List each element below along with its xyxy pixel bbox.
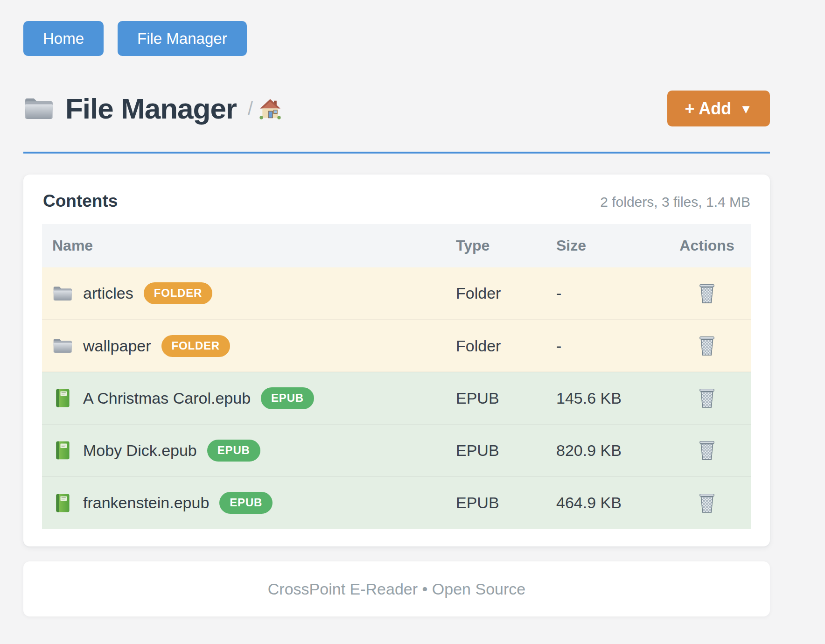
delete-button[interactable]: [696, 333, 718, 358]
type-badge: EPUB: [207, 440, 260, 462]
wastebasket-icon: [698, 283, 716, 304]
nav-button-file-manager[interactable]: File Manager: [118, 21, 247, 56]
table-row: wallpaper FOLDER Folder -: [42, 320, 751, 372]
item-size: 145.6 KB: [546, 372, 663, 424]
green-book-icon: [52, 388, 73, 408]
type-badge: EPUB: [219, 492, 273, 514]
item-name[interactable]: articles: [83, 284, 133, 302]
table-row: articles FOLDER Folder -: [42, 267, 751, 320]
col-header-size: Size: [546, 224, 663, 267]
add-button-label: + Add: [685, 99, 732, 119]
type-badge: FOLDER: [144, 282, 212, 304]
type-badge: EPUB: [261, 387, 314, 409]
item-name[interactable]: frankenstein.epub: [83, 494, 209, 512]
title-row: File Manager / + Add ▼: [23, 91, 770, 126]
item-name[interactable]: Moby Dick.epub: [83, 441, 197, 460]
folder-icon: [23, 96, 54, 122]
folder-icon: [52, 336, 73, 356]
delete-button[interactable]: [696, 281, 718, 306]
footer-card: CrossPoint E-Reader • Open Source: [23, 561, 770, 616]
wastebasket-icon: [698, 440, 716, 461]
file-table: Name Type Size Actions articles FOLDER F…: [42, 224, 751, 529]
top-nav: Home File Manager: [23, 21, 770, 56]
item-size: 464.9 KB: [546, 476, 663, 529]
page-title: File Manager: [65, 92, 237, 125]
delete-button[interactable]: [696, 438, 718, 463]
folder-icon: [52, 284, 73, 303]
item-size: -: [546, 267, 663, 320]
item-name[interactable]: A Christmas Carol.epub: [83, 389, 251, 407]
card-title: Contents: [43, 191, 118, 211]
nav-button-home[interactable]: Home: [23, 21, 104, 56]
wastebasket-icon: [698, 492, 716, 514]
col-header-actions: Actions: [663, 224, 751, 267]
delete-button[interactable]: [696, 490, 718, 516]
item-size: -: [546, 320, 663, 372]
item-type: Folder: [446, 267, 546, 320]
col-header-type: Type: [446, 224, 546, 267]
footer-text: CrossPoint E-Reader • Open Source: [268, 580, 525, 598]
item-type: EPUB: [446, 372, 546, 424]
item-type: EPUB: [446, 424, 546, 476]
wastebasket-icon: [698, 387, 716, 409]
item-size: 820.9 KB: [546, 424, 663, 476]
delete-button[interactable]: [696, 385, 718, 411]
title-divider: [23, 152, 770, 154]
breadcrumb-separator: /: [248, 98, 253, 119]
title-group: File Manager /: [23, 92, 667, 125]
chevron-down-icon: ▼: [740, 102, 752, 117]
green-book-icon: [52, 441, 73, 460]
table-header-row: Name Type Size Actions: [42, 224, 751, 267]
wastebasket-icon: [698, 335, 716, 357]
table-row: Moby Dick.epub EPUB EPUB 820.9 KB: [42, 424, 751, 476]
item-type: Folder: [446, 320, 546, 372]
item-type: EPUB: [446, 476, 546, 529]
house-icon[interactable]: [259, 98, 281, 119]
col-header-name: Name: [42, 224, 446, 267]
item-name[interactable]: wallpaper: [83, 337, 151, 355]
table-row: frankenstein.epub EPUB EPUB 464.9 KB: [42, 476, 751, 529]
contents-card: Contents 2 folders, 3 files, 1.4 MB Name…: [23, 175, 770, 546]
type-badge: FOLDER: [161, 335, 230, 357]
add-button[interactable]: + Add ▼: [667, 91, 770, 126]
green-book-icon: [52, 493, 73, 513]
contents-summary: 2 folders, 3 files, 1.4 MB: [600, 194, 750, 210]
table-row: A Christmas Carol.epub EPUB EPUB 145.6 K…: [42, 372, 751, 424]
page-container: Home File Manager File Manager / + Add ▼…: [23, 0, 770, 616]
card-header: Contents 2 folders, 3 files, 1.4 MB: [42, 191, 751, 211]
